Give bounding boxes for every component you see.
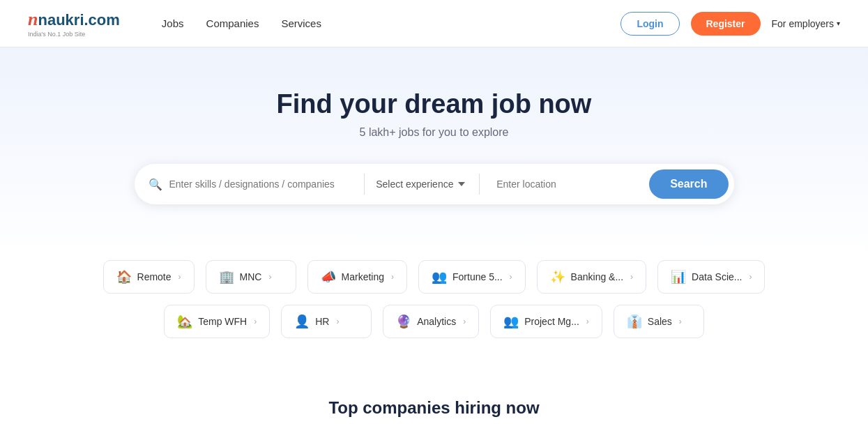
login-button[interactable]: Login — [620, 12, 679, 36]
category-sales[interactable]: 👔 Sales › — [614, 305, 704, 338]
category-remote-label: Remote — [137, 271, 172, 282]
category-tempwfh-label: Temp WFH — [198, 316, 247, 327]
search-icon: 🔍 — [149, 178, 162, 191]
tempwfh-arrow: › — [254, 317, 257, 326]
category-tempwfh[interactable]: 🏡 Temp WFH › — [164, 305, 270, 338]
category-marketing-label: Marketing — [342, 271, 384, 282]
marketing-icon: 📣 — [321, 269, 336, 285]
category-analytics-label: Analytics — [417, 316, 456, 327]
hero-section: Find your dream job now 5 lakh+ jobs for… — [0, 47, 868, 260]
banking-arrow: › — [630, 272, 633, 282]
divider-2 — [479, 174, 480, 195]
projectmg-icon: 👥 — [503, 314, 519, 329]
search-skills-input[interactable] — [169, 179, 353, 190]
logo-brand-name: naukri — [38, 11, 84, 29]
category-projectmg[interactable]: 👥 Project Mg... › — [490, 305, 602, 338]
for-employers-label: For employers — [772, 18, 834, 29]
hr-arrow: › — [336, 317, 339, 326]
search-bar-wrapper: 🔍 Select experience Fresher 1 year 2 yea… — [28, 164, 840, 204]
category-hr[interactable]: 👤 HR › — [281, 305, 372, 338]
category-datascience-label: Data Scie... — [692, 271, 742, 282]
fortune500-arrow: › — [510, 272, 512, 282]
categories-section: 🏠 Remote › 🏢 MNC › 📣 Marketing › 👥 Fortu… — [0, 260, 868, 384]
register-button[interactable]: Register — [691, 12, 761, 36]
remote-arrow: › — [178, 272, 181, 282]
fortune500-icon: 👥 — [432, 269, 447, 285]
category-mnc-label: MNC — [240, 271, 262, 282]
chevron-down-icon: ▾ — [837, 20, 840, 27]
for-employers-link[interactable]: For employers ▾ — [772, 18, 840, 29]
analytics-arrow: › — [463, 317, 466, 326]
category-sales-label: Sales — [648, 316, 672, 327]
category-analytics[interactable]: 🔮 Analytics › — [383, 305, 479, 338]
category-fortune500-label: Fortune 5... — [452, 271, 503, 282]
banking-icon: ✨ — [550, 269, 565, 285]
nav-companies[interactable]: Companies — [206, 17, 259, 29]
divider-1 — [364, 174, 365, 195]
logo[interactable]: n naukri .com India's No.1 Job Site — [28, 9, 120, 38]
logo-tagline: India's No.1 Job Site — [28, 31, 85, 38]
hr-icon: 👤 — [294, 314, 310, 329]
search-button[interactable]: Search — [649, 169, 728, 199]
nav-services[interactable]: Services — [281, 17, 321, 29]
bottom-section: Top companies hiring now — [0, 384, 868, 418]
nav-jobs[interactable]: Jobs — [162, 17, 184, 29]
datascience-arrow: › — [749, 272, 752, 282]
projectmg-arrow: › — [586, 317, 589, 326]
logo-curl: n — [28, 9, 38, 30]
categories-row-2: 🏡 Temp WFH › 👤 HR › 🔮 Analytics › 👥 Proj… — [42, 305, 826, 338]
category-marketing[interactable]: 📣 Marketing › — [307, 260, 407, 294]
main-nav: Jobs Companies Services — [162, 17, 321, 30]
mnc-arrow: › — [268, 272, 271, 282]
header-right: Login Register For employers ▾ — [620, 12, 840, 36]
header: n naukri .com India's No.1 Job Site Jobs… — [0, 0, 868, 47]
marketing-arrow: › — [391, 272, 394, 282]
location-input[interactable] — [496, 179, 644, 190]
mnc-icon: 🏢 — [219, 269, 234, 285]
logo-dotcom: .com — [84, 11, 120, 29]
category-hr-label: HR — [315, 316, 329, 327]
sales-arrow: › — [679, 317, 682, 326]
hero-title: Find your dream job now — [28, 89, 840, 119]
category-banking[interactable]: ✨ Banking &... › — [537, 260, 647, 294]
experience-select[interactable]: Select experience Fresher 1 year 2 years… — [376, 179, 468, 190]
tempwfh-icon: 🏡 — [177, 314, 192, 329]
category-datascience[interactable]: 📊 Data Scie... › — [657, 260, 765, 294]
hero-subtitle: 5 lakh+ jobs for you to explore — [28, 126, 840, 139]
category-fortune500[interactable]: 👥 Fortune 5... › — [418, 260, 526, 294]
category-remote[interactable]: 🏠 Remote › — [103, 260, 195, 294]
category-mnc[interactable]: 🏢 MNC › — [206, 260, 296, 294]
top-companies-title: Top companies hiring now — [28, 398, 840, 418]
categories-row-1: 🏠 Remote › 🏢 MNC › 📣 Marketing › 👥 Fortu… — [42, 260, 826, 294]
analytics-icon: 🔮 — [396, 314, 411, 329]
remote-icon: 🏠 — [116, 269, 132, 285]
datascience-icon: 📊 — [671, 269, 686, 285]
category-banking-label: Banking &... — [571, 271, 624, 282]
search-bar: 🔍 Select experience Fresher 1 year 2 yea… — [135, 164, 734, 204]
sales-icon: 👔 — [627, 314, 642, 329]
category-projectmg-label: Project Mg... — [524, 316, 579, 327]
